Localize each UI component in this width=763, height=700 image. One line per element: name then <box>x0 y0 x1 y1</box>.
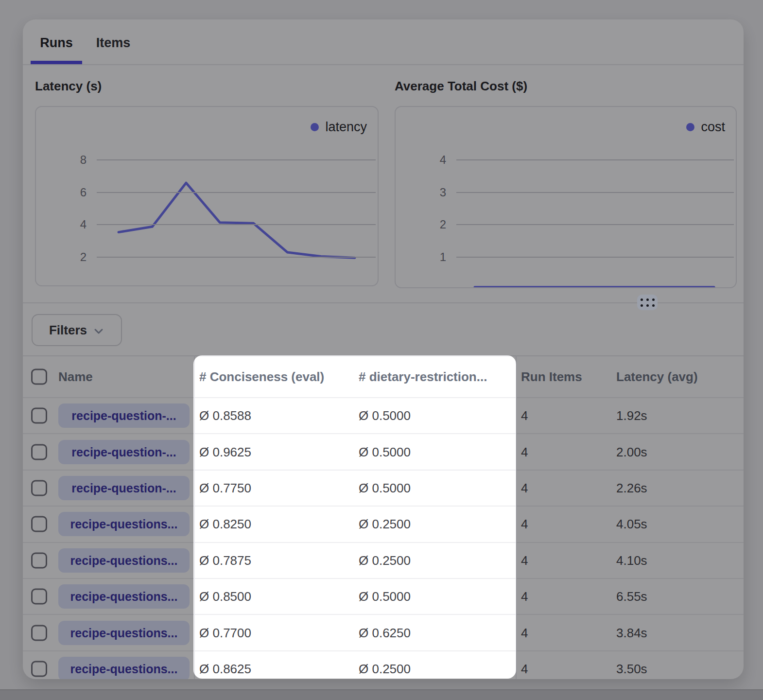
latency-value: 2.26s <box>616 480 647 495</box>
row-checkbox[interactable] <box>31 516 47 532</box>
table-row[interactable]: recipe-question-... Ø 0.7750 Ø 0.5000 4 … <box>23 470 744 506</box>
latency-value: 6.55s <box>616 589 647 604</box>
dietary-value: Ø 0.5000 <box>359 589 411 604</box>
run-name-pill[interactable]: recipe-question-... <box>58 440 190 464</box>
row-checkbox[interactable] <box>31 480 47 496</box>
header-conciseness[interactable]: # Conciseness (eval) <box>199 369 324 385</box>
table-row[interactable]: recipe-questions... Ø 0.8625 Ø 0.2500 4 … <box>23 650 744 679</box>
cost-chart-panel: cost 4321 <box>395 106 737 288</box>
cost-legend-label: cost <box>701 120 725 135</box>
run-name-pill[interactable]: recipe-questions... <box>58 548 190 573</box>
run-items-value: 4 <box>521 661 528 676</box>
y-axis-tick-label: 8 <box>36 152 87 168</box>
conciseness-value: Ø 0.7700 <box>199 625 251 640</box>
latency-value: 4.10s <box>616 553 647 568</box>
conciseness-value: Ø 0.8500 <box>199 589 251 604</box>
cost-chart-title: Average Total Cost ($) <box>395 79 527 94</box>
row-checkbox[interactable] <box>31 408 47 424</box>
latency-legend-label: latency <box>325 120 367 135</box>
run-name-pill[interactable]: recipe-question-... <box>58 403 190 428</box>
run-items-value: 4 <box>521 553 528 568</box>
tab-items[interactable]: Items <box>90 19 137 63</box>
row-checkbox[interactable] <box>31 589 47 605</box>
latency-value: 2.00s <box>616 444 647 459</box>
chart-gridline <box>97 192 376 193</box>
run-name-pill[interactable]: recipe-question-... <box>58 476 190 500</box>
table-body: recipe-question-... Ø 0.8588 Ø 0.5000 4 … <box>23 397 744 679</box>
filters-button[interactable]: Filters <box>32 314 122 346</box>
chart-gridline <box>456 257 734 258</box>
row-checkbox[interactable] <box>31 625 47 641</box>
chevron-down-icon <box>93 325 104 337</box>
table-row[interactable]: recipe-questions... Ø 0.7700 Ø 0.6250 4 … <box>23 614 744 650</box>
dietary-value: Ø 0.2500 <box>359 661 411 676</box>
resize-drag-handle[interactable] <box>637 295 658 310</box>
latency-chart-title: Latency (s) <box>35 79 102 94</box>
conciseness-value: Ø 0.7875 <box>199 553 251 568</box>
run-items-value: 4 <box>521 480 528 495</box>
chart-gridline <box>456 159 734 160</box>
run-name-pill[interactable]: recipe-questions... <box>58 657 190 679</box>
run-name-pill[interactable]: recipe-questions... <box>58 584 190 609</box>
select-all-checkbox[interactable] <box>31 369 47 385</box>
latency-value: 1.92s <box>616 408 647 423</box>
y-axis-tick-label: 3 <box>396 185 446 200</box>
latency-chart-panel: latency 8642 <box>35 106 379 286</box>
tab-runs[interactable]: Runs <box>31 19 82 63</box>
conciseness-value: Ø 0.8625 <box>199 661 251 676</box>
run-items-value: 4 <box>521 625 528 640</box>
row-checkbox[interactable] <box>31 552 47 568</box>
run-name-pill[interactable]: recipe-questions... <box>58 621 190 645</box>
latency-value: 3.50s <box>616 661 647 676</box>
dietary-value: Ø 0.2500 <box>359 553 411 568</box>
run-items-value: 4 <box>521 408 528 423</box>
tab-items-label: Items <box>96 35 131 50</box>
row-checkbox[interactable] <box>31 661 47 677</box>
runs-table: Name # Conciseness (eval) # dietary-rest… <box>23 355 744 679</box>
y-axis-tick-label: 2 <box>36 249 87 265</box>
latency-legend: latency <box>311 120 367 135</box>
conciseness-value: Ø 0.9625 <box>199 444 251 459</box>
dietary-value: Ø 0.2500 <box>359 517 411 532</box>
page-bottom-band <box>0 689 763 700</box>
cost-legend-dot-icon <box>686 123 694 131</box>
chart-gridline <box>97 159 376 160</box>
conciseness-value: Ø 0.8250 <box>199 517 251 532</box>
chart-gridline <box>97 257 376 258</box>
filters-button-label: Filters <box>49 323 87 338</box>
latency-value: 3.84s <box>616 625 647 640</box>
highlight-right-column-border <box>516 355 517 679</box>
run-items-value: 4 <box>521 589 528 604</box>
header-dietary-restriction[interactable]: # dietary-restriction... <box>359 369 487 385</box>
chart-gridline <box>97 224 376 225</box>
conciseness-value: Ø 0.8588 <box>199 408 251 423</box>
latency-legend-dot-icon <box>311 123 319 131</box>
header-name[interactable]: Name <box>58 369 93 385</box>
highlight-left-column-border <box>194 355 195 679</box>
active-tab-underline <box>31 61 82 64</box>
y-axis-tick-label: 2 <box>396 217 446 232</box>
y-axis-tick-label: 4 <box>36 217 87 232</box>
run-items-value: 4 <box>521 517 528 532</box>
dietary-value: Ø 0.6250 <box>359 625 411 640</box>
latency-value: 4.05s <box>616 517 647 532</box>
run-name-pill[interactable]: recipe-questions... <box>58 512 190 536</box>
dietary-value: Ø 0.5000 <box>359 444 411 459</box>
table-row[interactable]: recipe-questions... Ø 0.8250 Ø 0.2500 4 … <box>23 506 744 542</box>
cost-legend: cost <box>686 120 725 135</box>
y-axis-tick-label: 4 <box>396 152 446 168</box>
table-row[interactable]: recipe-questions... Ø 0.7875 Ø 0.2500 4 … <box>23 542 744 578</box>
chart-gridline <box>456 224 734 225</box>
run-items-value: 4 <box>521 444 528 459</box>
header-run-items[interactable]: Run Items <box>521 369 582 385</box>
chart-gridline <box>456 192 734 193</box>
row-checkbox[interactable] <box>31 444 47 460</box>
table-row[interactable]: recipe-questions... Ø 0.8500 Ø 0.5000 4 … <box>23 578 744 614</box>
table-row[interactable]: recipe-question-... Ø 0.9625 Ø 0.5000 4 … <box>23 433 744 469</box>
header-latency-avg[interactable]: Latency (avg) <box>616 369 698 385</box>
dietary-value: Ø 0.5000 <box>359 408 411 423</box>
table-row[interactable]: recipe-question-... Ø 0.8588 Ø 0.5000 4 … <box>23 397 744 433</box>
y-axis-tick-label: 1 <box>396 249 446 265</box>
table-header-row: Name # Conciseness (eval) # dietary-rest… <box>23 356 744 397</box>
charts-table-divider <box>23 302 744 303</box>
